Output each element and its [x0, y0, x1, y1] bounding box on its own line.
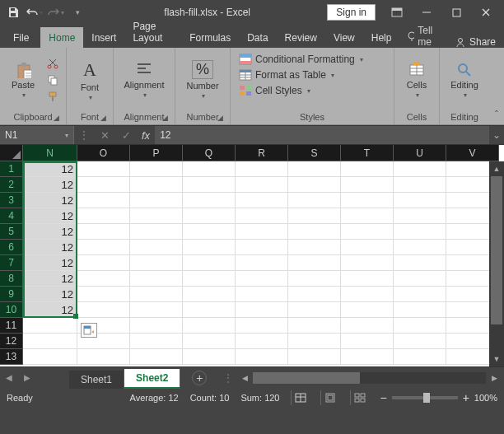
cell[interactable]: 12: [23, 193, 77, 208]
cell[interactable]: [183, 349, 236, 365]
cell[interactable]: [288, 349, 341, 365]
cell[interactable]: [77, 255, 130, 271]
cell[interactable]: [341, 334, 394, 349]
cell[interactable]: [130, 177, 183, 193]
font-button[interactable]: A Font▾: [72, 52, 108, 108]
cell[interactable]: [341, 271, 394, 287]
row-header[interactable]: 10: [0, 302, 23, 318]
cell[interactable]: [341, 255, 394, 271]
tab-formulas[interactable]: Formulas: [181, 27, 239, 48]
enter-formula-icon[interactable]: ✓: [115, 129, 137, 142]
cell[interactable]: [394, 318, 446, 334]
dialog-launcher-icon[interactable]: ◢: [54, 114, 59, 122]
scroll-left-icon[interactable]: ◀: [238, 374, 251, 382]
cell[interactable]: [394, 349, 446, 365]
cell[interactable]: 12: [23, 177, 77, 193]
cell[interactable]: [130, 271, 183, 287]
cell[interactable]: [288, 302, 341, 318]
editing-button[interactable]: Editing▾: [445, 52, 484, 108]
cell[interactable]: 12: [23, 302, 77, 318]
conditional-formatting-button[interactable]: Conditional Formatting▾: [236, 53, 389, 66]
cell[interactable]: [341, 302, 394, 318]
share-button[interactable]: Share: [446, 36, 504, 48]
cell[interactable]: [183, 302, 236, 318]
cell[interactable]: [23, 349, 77, 365]
cancel-formula-icon[interactable]: ✕: [94, 129, 115, 142]
cell[interactable]: [77, 240, 130, 255]
page-layout-view-icon[interactable]: [320, 390, 338, 405]
cell[interactable]: [394, 255, 446, 271]
cell[interactable]: [130, 334, 183, 349]
cell[interactable]: [288, 255, 341, 271]
row-header[interactable]: 4: [0, 208, 23, 224]
worksheet-grid[interactable]: NOPQRSTUV1122123124125126127128129121012…: [0, 145, 504, 366]
sheet-nav-next-icon[interactable]: ▶: [18, 368, 36, 388]
tab-insert[interactable]: Insert: [83, 27, 124, 48]
sign-in-button[interactable]: Sign in: [327, 4, 376, 21]
row-header[interactable]: 11: [0, 318, 23, 334]
cell[interactable]: [77, 208, 130, 224]
cell[interactable]: [394, 240, 446, 255]
scroll-right-icon[interactable]: ▶: [488, 374, 501, 382]
cell[interactable]: [23, 334, 77, 349]
cell[interactable]: [130, 255, 183, 271]
cut-icon[interactable]: [44, 56, 61, 71]
cell[interactable]: [183, 161, 236, 177]
hscroll-thumb[interactable]: [253, 372, 360, 384]
number-button[interactable]: % Number▾: [180, 52, 225, 108]
ribbon-options-icon[interactable]: [382, 1, 412, 24]
cell[interactable]: [288, 224, 341, 240]
cell[interactable]: [341, 193, 394, 208]
normal-view-icon[interactable]: [291, 390, 309, 405]
cell[interactable]: 12: [23, 255, 77, 271]
fx-icon[interactable]: fx: [137, 129, 155, 142]
qat-customize-icon[interactable]: ▾: [68, 2, 87, 22]
cell[interactable]: [77, 271, 130, 287]
cell[interactable]: [77, 302, 130, 318]
column-header[interactable]: Q: [183, 145, 236, 161]
cell[interactable]: [77, 193, 130, 208]
dialog-launcher-icon[interactable]: ◢: [162, 114, 168, 122]
cell[interactable]: [394, 271, 446, 287]
cell[interactable]: [130, 193, 183, 208]
name-box[interactable]: N1▾: [0, 126, 74, 144]
cell[interactable]: [236, 208, 288, 224]
cell[interactable]: [130, 302, 183, 318]
column-header[interactable]: R: [236, 145, 288, 161]
tab-data[interactable]: Data: [239, 27, 276, 48]
row-header[interactable]: 9: [0, 287, 23, 302]
close-icon[interactable]: [471, 1, 501, 24]
dialog-launcher-icon[interactable]: ◢: [217, 114, 223, 122]
cell[interactable]: [288, 271, 341, 287]
cell[interactable]: [341, 349, 394, 365]
cell[interactable]: [341, 287, 394, 302]
cell[interactable]: 12: [23, 224, 77, 240]
minimize-icon[interactable]: [412, 1, 441, 24]
cell[interactable]: 12: [23, 240, 77, 255]
tab-review[interactable]: Review: [277, 27, 325, 48]
horizontal-scrollbar[interactable]: ⋮ ◀ ▶: [223, 372, 501, 384]
row-header[interactable]: 5: [0, 224, 23, 240]
cell[interactable]: [23, 318, 77, 334]
flash-fill-options-icon[interactable]: [81, 323, 97, 338]
cell[interactable]: [130, 161, 183, 177]
tab-home[interactable]: Home: [40, 27, 83, 48]
cell[interactable]: [183, 193, 236, 208]
cell[interactable]: [236, 349, 288, 365]
zoom-out-icon[interactable]: −: [380, 391, 386, 404]
redo-icon[interactable]: ▾: [46, 2, 66, 22]
copy-icon[interactable]: [44, 72, 61, 87]
undo-icon[interactable]: ▾: [25, 2, 44, 22]
cell[interactable]: [394, 208, 446, 224]
cell[interactable]: [394, 287, 446, 302]
sheet-nav-prev-icon[interactable]: ◀: [0, 368, 18, 388]
cell[interactable]: [130, 208, 183, 224]
cell[interactable]: [130, 240, 183, 255]
cell[interactable]: [394, 193, 446, 208]
cell[interactable]: 12: [23, 161, 77, 177]
cell[interactable]: [183, 271, 236, 287]
format-as-table-button[interactable]: Format as Table▾: [236, 68, 389, 82]
row-header[interactable]: 13: [0, 349, 23, 365]
paste-button[interactable]: Paste ▾: [5, 52, 41, 108]
tab-page-layout[interactable]: Page Layout: [124, 16, 181, 48]
